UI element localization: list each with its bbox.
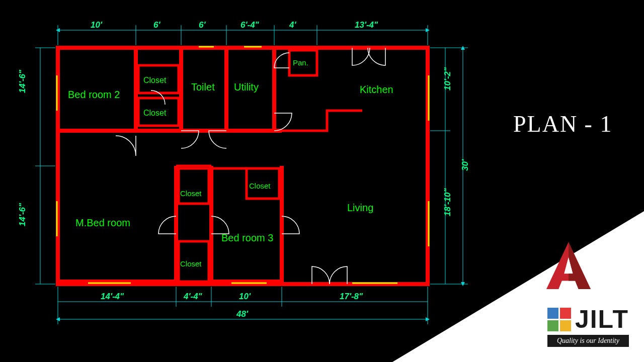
autocad-logo-icon [541,239,596,297]
svg-text:10': 10' [239,292,251,301]
svg-text:30': 30' [460,159,470,171]
svg-text:48': 48' [236,309,249,319]
svg-text:4'-4": 4'-4" [183,292,203,301]
svg-text:Closet: Closet [249,182,271,190]
svg-text:Bed room 2: Bed room 2 [68,89,120,100]
svg-text:17'-8": 17'-8" [340,292,363,301]
svg-text:Utility: Utility [234,81,259,93]
svg-text:13'-4": 13'-4" [355,20,378,30]
svg-text:14'-6": 14'-6" [18,69,27,93]
svg-text:10': 10' [91,20,103,30]
svg-text:4': 4' [289,20,296,30]
svg-text:Kitchen: Kitchen [360,84,393,95]
svg-text:Closet: Closet [180,259,202,268]
svg-text:14'-6": 14'-6" [18,203,27,226]
jilt-text: JILT [575,305,629,334]
svg-text:Living: Living [347,202,373,213]
jilt-tagline: Quality is our Identity [547,335,629,347]
jilt-logo: JILT Quality is our Identity [547,305,629,347]
svg-text:10'-2": 10'-2" [443,67,452,90]
svg-text:Pan.: Pan. [293,58,308,67]
svg-rect-14 [179,168,209,204]
svg-text:Closet: Closet [180,189,202,198]
plan-title: PLAN - 1 [513,111,612,137]
svg-text:6': 6' [199,20,206,30]
svg-text:Closet: Closet [143,76,167,84]
svg-text:M.Bed room: M.Bed room [75,217,130,228]
svg-text:Toilet: Toilet [191,81,215,93]
svg-text:14'-4": 14'-4" [101,292,124,301]
svg-text:Bed room 3: Bed room 3 [221,232,273,243]
svg-text:6': 6' [153,20,160,30]
svg-text:Closet: Closet [143,109,167,117]
svg-text:6'-4": 6'-4" [240,20,260,30]
jilt-squares-icon [547,308,571,331]
room-labels: Bed room 2 Closet Closet Toilet Utility … [68,58,393,268]
